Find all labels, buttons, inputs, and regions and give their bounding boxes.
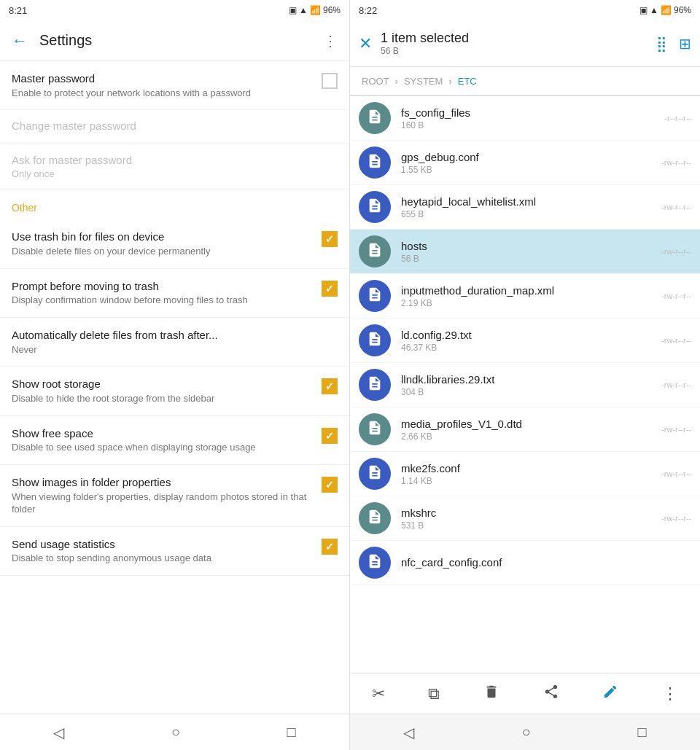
battery-left: 96% [323, 5, 341, 15]
list-item[interactable]: hosts 56 B -rw-r--r-- [350, 230, 700, 274]
document-icon [367, 553, 383, 573]
copy-button[interactable]: ⧉ [428, 684, 440, 703]
file-name: media_profiles_V1_0.dtd [401, 418, 661, 430]
show-images-title: Show images in folder properties [12, 475, 313, 490]
list-item[interactable]: nfc_card_config.conf [350, 541, 700, 585]
trash-bin-title: Use trash bin for files on device [12, 230, 313, 244]
show-free-item: Show free space Disable to see used spac… [0, 416, 349, 465]
file-size: 2.66 KB [401, 431, 661, 442]
send-usage-item: Send usage statistics Disable to stop se… [0, 527, 349, 576]
document-icon [367, 509, 383, 528]
show-free-checkbox[interactable] [322, 428, 338, 444]
file-size: 56 B [401, 254, 661, 264]
list-item[interactable]: media_profiles_V1_0.dtd 2.66 KB -rw-r--r… [350, 407, 700, 452]
wifi-icon-right: ▲ [650, 5, 658, 15]
file-permissions: -rw-r--r-- [661, 292, 691, 300]
document-icon [367, 464, 383, 484]
settings-header: ← Settings ⋮ [0, 20, 349, 61]
file-manager-panel: 8:22 ▣ ▲ 📶 96% ✕ 1 item selected 56 B ⣿ … [350, 0, 700, 750]
select-all-icon[interactable]: ⣿ [656, 35, 667, 52]
breadcrumb-system[interactable]: SYSTEM [404, 76, 443, 87]
nav-recent-icon[interactable]: □ [287, 724, 296, 741]
delete-button[interactable] [483, 684, 499, 704]
file-icon [359, 502, 391, 534]
breadcrumb-etc[interactable]: ETC [458, 76, 477, 87]
document-icon [367, 375, 383, 395]
send-usage-title: Send usage statistics [12, 537, 313, 552]
document-icon [367, 331, 383, 351]
list-item[interactable]: inputmethod_duration_map.xml 2.19 KB -rw… [350, 274, 700, 319]
nav-back-icon-right[interactable]: ◁ [403, 724, 414, 741]
view-toggle-icon[interactable]: ⊞ [679, 35, 691, 52]
show-free-title: Show free space [12, 426, 313, 441]
signal-icon: ▣ [289, 5, 297, 15]
auto-delete-item[interactable]: Automatically delete files from trash af… [0, 318, 349, 367]
list-item[interactable]: heytapid_local_whitelist.xml 655 B -rw-r… [350, 185, 700, 230]
selection-subtitle: 56 B [381, 46, 656, 56]
cut-button[interactable]: ✂ [372, 684, 385, 703]
signal-bars-icon: 📶 [310, 5, 321, 15]
send-usage-checkbox[interactable] [322, 539, 338, 555]
breadcrumb-root[interactable]: ROOT [362, 76, 389, 87]
auto-delete-subtitle: Never [12, 344, 329, 356]
file-permissions: -rw-r--r-- [661, 380, 691, 389]
file-name: gps_debug.conf [401, 151, 661, 163]
file-permissions: -rw-r--r-- [661, 203, 691, 211]
back-button[interactable]: ← [12, 31, 28, 50]
file-permissions: -rw-r--r-- [661, 247, 691, 256]
file-name: fs_config_files [401, 106, 664, 119]
file-icon [359, 280, 391, 312]
document-icon [367, 109, 383, 128]
file-icon [359, 458, 391, 490]
signal-bars-icon-right: 📶 [661, 5, 672, 15]
share-button[interactable] [543, 684, 559, 704]
list-item[interactable]: gps_debug.conf 1.55 KB -rw-r--r-- [350, 141, 700, 185]
file-name: mkshrc [401, 507, 661, 519]
show-root-checkbox[interactable] [322, 378, 338, 394]
more-actions-button[interactable]: ⋮ [662, 684, 678, 703]
file-toolbar: ✂ ⧉ ⋮ [350, 673, 700, 714]
file-name: hosts [401, 240, 661, 252]
file-size: 655 B [401, 209, 661, 219]
file-icon [359, 413, 391, 445]
master-password-title: Master password [12, 71, 313, 86]
list-item[interactable]: mke2fs.conf 1.14 KB -rw-r--r-- [350, 452, 700, 496]
nav-home-icon-right[interactable]: ○ [521, 724, 530, 741]
change-password-title: Change master password [12, 119, 338, 133]
status-icons-left: ▣ ▲ 📶 96% [289, 5, 341, 15]
close-button[interactable]: ✕ [359, 34, 372, 53]
file-name: llndk.libraries.29.txt [401, 373, 661, 386]
show-images-subtitle: When viewing folder's properties, displa… [12, 491, 313, 516]
auto-delete-title: Automatically delete files from trash af… [12, 328, 329, 343]
edit-button[interactable] [602, 684, 618, 704]
trash-bin-item: Use trash bin for files on device Disabl… [0, 219, 349, 268]
master-password-checkbox[interactable] [322, 73, 338, 89]
file-name: inputmethod_duration_map.xml [401, 284, 661, 297]
prompt-trash-subtitle: Display confirmation window before movin… [12, 294, 313, 307]
more-button[interactable]: ⋮ [323, 32, 338, 50]
settings-panel: 8:21 ▣ ▲ 📶 96% ← Settings ⋮ Master passw… [0, 0, 350, 750]
send-usage-subtitle: Disable to stop sending anonymous usage … [12, 552, 313, 565]
file-icon [359, 324, 391, 356]
nav-recent-icon-right[interactable]: □ [637, 724, 646, 741]
nav-back-icon[interactable]: ◁ [53, 724, 64, 741]
prompt-trash-checkbox[interactable] [322, 281, 338, 297]
file-permissions: -rw-r--r-- [661, 514, 691, 523]
file-icon [359, 102, 391, 134]
file-list: fs_config_files 160 B -r--r--r-- gps_deb… [350, 96, 700, 673]
document-icon [367, 242, 383, 262]
list-item[interactable]: ld.config.29.txt 46.37 KB -rw-r--r-- [350, 319, 700, 363]
file-name: ld.config.29.txt [401, 329, 661, 341]
trash-bin-checkbox[interactable] [322, 231, 338, 247]
list-item[interactable]: mkshrc 531 B -rw-r--r-- [350, 496, 700, 541]
file-permissions: -rw-r--r-- [661, 469, 691, 478]
show-free-subtitle: Disable to see used space when displayin… [12, 442, 313, 454]
nav-home-icon[interactable]: ○ [171, 724, 180, 741]
show-root-subtitle: Disable to hide the root storage from th… [12, 393, 313, 405]
file-name: nfc_card_config.conf [401, 556, 691, 569]
show-images-checkbox[interactable] [322, 477, 338, 493]
file-size: 1.55 KB [401, 165, 661, 175]
list-item[interactable]: fs_config_files 160 B -r--r--r-- [350, 96, 700, 141]
list-item[interactable]: llndk.libraries.29.txt 304 B -rw-r--r-- [350, 363, 700, 407]
file-header: ✕ 1 item selected 56 B ⣿ ⊞ [350, 20, 700, 67]
